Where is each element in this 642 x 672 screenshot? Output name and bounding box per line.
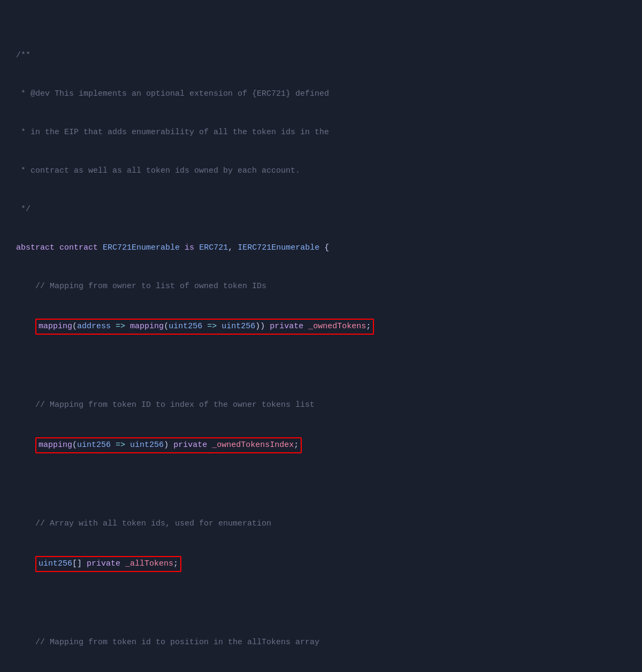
code-block: /** * @dev This implements an optional e…: [16, 11, 626, 672]
line-13: // Array with all token ids, used for en…: [16, 517, 626, 530]
line-7: // Mapping from owner to list of owned t…: [16, 280, 626, 293]
highlight-owned-tokens: mapping(address => mapping(uint256 => ui…: [35, 319, 374, 335]
line-16: // Mapping from token id to position in …: [16, 636, 626, 649]
line-8: mapping(address => mapping(uint256 => ui…: [16, 319, 626, 335]
line-3: * in the EIP that adds enumerability of …: [16, 126, 626, 139]
line-5: */: [16, 203, 626, 216]
highlight-all-tokens: uint256[] private _allTokens;: [35, 556, 181, 572]
line-14: uint256[] private _allTokens;: [16, 556, 626, 572]
code-container: /** * @dev This implements an optional e…: [16, 11, 626, 672]
line-15: [16, 598, 626, 611]
line-2: * @dev This implements an optional exten…: [16, 88, 626, 101]
line-6: abstract contract ERC721Enumerable is ER…: [16, 242, 626, 254]
line-9: [16, 360, 626, 373]
line-12: [16, 479, 626, 492]
line-4: * contract as well as all token ids owne…: [16, 165, 626, 177]
highlight-owned-tokens-index: mapping(uint256 => uint256) private _own…: [35, 437, 302, 453]
line-10: // Mapping from token ID to index of the…: [16, 399, 626, 412]
line-11: mapping(uint256 => uint256) private _own…: [16, 437, 626, 453]
line-1: /**: [16, 49, 626, 62]
